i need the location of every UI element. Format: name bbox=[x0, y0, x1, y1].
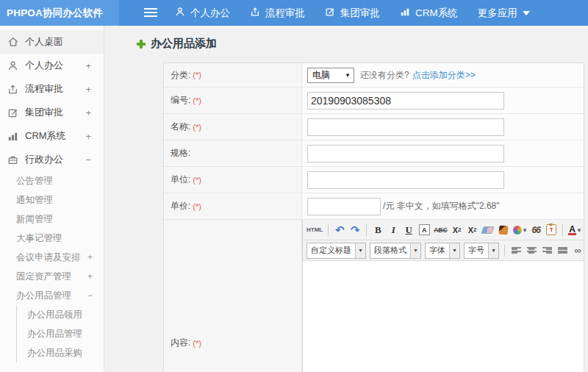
sidebar-subitem-label: 新闻管理 bbox=[16, 213, 53, 226]
sidebar-item-group-approval[interactable]: 集团审批 + bbox=[0, 101, 104, 124]
align-left-icon[interactable] bbox=[510, 244, 522, 257]
sidebar-item-personal-office[interactable]: 个人办公 + bbox=[0, 54, 104, 77]
font-family-dropdown[interactable]: 字体 ▾ bbox=[425, 243, 460, 259]
remove-format-eraser-icon[interactable] bbox=[482, 223, 494, 237]
sidebar-subitem-label: 固定资产管理 bbox=[16, 271, 71, 283]
field-label-name: 名称: (*) bbox=[164, 114, 302, 140]
sidebar-item-desktop[interactable]: 个人桌面 bbox=[0, 30, 104, 54]
field-label-category: 分类: (*) bbox=[164, 63, 302, 87]
expand-sign: − bbox=[87, 290, 93, 301]
field-label-spec: 规格: bbox=[164, 140, 302, 166]
superscript-icon[interactable]: X2 bbox=[451, 223, 463, 237]
sidebar-subitem-notice[interactable]: 通知管理 bbox=[0, 190, 104, 210]
field-value-name bbox=[302, 114, 584, 140]
nav-more-apps[interactable]: 更多应用 bbox=[478, 7, 530, 20]
field-value-category: 电脑 ▼ 还没有分类? 点击添加分类>> bbox=[302, 63, 584, 87]
paste-as-text-icon[interactable]: T bbox=[545, 223, 557, 237]
nav-workflow-approval[interactable]: 流程审批 bbox=[250, 7, 305, 20]
nav-crm-system[interactable]: CRM系统 bbox=[400, 7, 458, 20]
sidebar-subitem-meeting[interactable]: 会议申请及安排 + bbox=[0, 248, 104, 267]
font-size-dropdown[interactable]: 字号 ▾ bbox=[464, 243, 499, 259]
undo-icon[interactable]: ↶ bbox=[334, 223, 345, 237]
required-marker: (*) bbox=[193, 71, 201, 79]
link-icon[interactable]: ∞ bbox=[572, 244, 584, 257]
form-row-content: 内容: (*) HTML ↶ ↷ B I U A ABC bbox=[164, 220, 584, 372]
workflow-icon bbox=[7, 83, 19, 96]
page-title: 办公用品添加 bbox=[151, 37, 217, 51]
sidebar-subitem-label: 会议申请及安排 bbox=[16, 251, 81, 264]
sidebar-item-label: 流程审批 bbox=[25, 82, 63, 96]
caret-down-icon: ▾ bbox=[410, 243, 420, 258]
strikethrough-icon[interactable]: ABC bbox=[434, 223, 447, 237]
sidebar-subitem-news[interactable]: 新闻管理 bbox=[0, 210, 104, 229]
italic-icon[interactable]: I bbox=[387, 223, 399, 237]
sidebar-subitem-office-supplies[interactable]: 办公用品管理 − bbox=[0, 286, 104, 305]
unit-input[interactable] bbox=[307, 171, 504, 189]
subscript-icon[interactable]: X2 bbox=[467, 223, 478, 237]
briefcase-icon bbox=[7, 154, 19, 166]
sidebar-item-workflow-approval[interactable]: 流程审批 + bbox=[0, 77, 104, 101]
nav-group-approval[interactable]: 集团审批 bbox=[325, 7, 380, 20]
caret-down-icon: ▾ bbox=[523, 226, 527, 234]
format-painter-brush-icon[interactable] bbox=[498, 223, 509, 237]
price-input[interactable] bbox=[307, 198, 381, 215]
top-bar: PHPOA协同办公软件 个人办公 流程审批 集团审批 CRM系统 bbox=[0, 0, 588, 26]
sidebar-subitem-fixed-assets[interactable]: 固定资产管理 + bbox=[0, 267, 104, 286]
sidebar-subitem-events[interactable]: 大事记管理 bbox=[0, 229, 104, 248]
caret-down-icon: ▾ bbox=[488, 243, 498, 258]
align-justify-icon[interactable] bbox=[556, 244, 568, 257]
sidebar-subsubitem-supplies-claim[interactable]: 办公用品领用 bbox=[17, 305, 104, 324]
spec-input[interactable] bbox=[307, 145, 504, 162]
expand-sign: + bbox=[85, 84, 91, 95]
editor-toolbar-row1: HTML ↶ ↷ B I U A ABC X2 X2 ▾ bbox=[303, 220, 584, 240]
hamburger-icon[interactable] bbox=[144, 12, 157, 13]
paint-color-icon[interactable]: ▾ bbox=[513, 223, 527, 237]
bar-chart-icon bbox=[7, 130, 19, 143]
editor-content-area[interactable] bbox=[303, 261, 584, 372]
align-center-icon[interactable] bbox=[526, 244, 537, 257]
name-input[interactable] bbox=[307, 118, 504, 136]
caret-down-icon: ▾ bbox=[355, 243, 365, 258]
main-content: 办公用品添加 分类: (*) 电脑 ▼ 还没有分类? 点击添加分类>> 编号: … bbox=[104, 26, 588, 372]
toolbar-separator bbox=[366, 224, 367, 236]
page-title-row: 办公用品添加 bbox=[137, 37, 217, 51]
nav-personal-office[interactable]: 个人办公 bbox=[175, 7, 230, 20]
form-row-code: 编号: (*) bbox=[164, 87, 584, 114]
sidebar-subsubitem-supplies-purchase[interactable]: 办公用品采购 bbox=[17, 343, 104, 362]
font-box-icon[interactable]: A bbox=[418, 223, 430, 237]
price-suffix: /元 非中文，如填写格式"2.68" bbox=[383, 200, 500, 212]
expand-sign: + bbox=[85, 60, 91, 71]
expand-sign: + bbox=[87, 252, 93, 262]
expand-sign: + bbox=[85, 131, 91, 142]
font-color-icon[interactable]: A▾ bbox=[568, 223, 581, 237]
category-select[interactable]: 电脑 ▼ bbox=[307, 68, 354, 83]
sidebar-subsubitem-supplies-manage[interactable]: 办公用品管理 bbox=[17, 324, 104, 343]
user-icon bbox=[175, 7, 185, 19]
redo-icon[interactable]: ↷ bbox=[349, 223, 361, 237]
paragraph-format-dropdown[interactable]: 段落格式 ▾ bbox=[370, 243, 421, 259]
sidebar-item-admin-office[interactable]: 行政办公 − bbox=[0, 148, 104, 171]
app-logo[interactable]: PHPOA协同办公软件 bbox=[0, 0, 119, 26]
sidebar-subitem-announcement[interactable]: 公告管理 bbox=[0, 171, 104, 190]
blockquote-icon[interactable]: 66 bbox=[530, 223, 542, 237]
sidebar-item-label: CRM系统 bbox=[25, 129, 66, 143]
label-text: 单位: bbox=[171, 174, 190, 186]
expand-sign: + bbox=[87, 271, 93, 282]
align-right-icon[interactable] bbox=[541, 244, 553, 257]
label-text: 分类: bbox=[171, 69, 190, 82]
required-marker: (*) bbox=[193, 202, 201, 211]
sidebar-item-label: 个人桌面 bbox=[25, 35, 63, 49]
html-source-button[interactable]: HTML bbox=[306, 223, 323, 237]
bold-icon[interactable]: B bbox=[372, 223, 384, 237]
required-marker: (*) bbox=[193, 123, 201, 132]
expand-sign: + bbox=[85, 107, 91, 118]
workflow-icon bbox=[250, 7, 260, 19]
field-value-unit bbox=[302, 167, 584, 193]
underline-icon[interactable]: U bbox=[403, 223, 415, 237]
add-category-link[interactable]: 点击添加分类>> bbox=[412, 69, 476, 82]
nav-label: 更多应用 bbox=[478, 7, 517, 20]
form-row-name: 名称: (*) bbox=[164, 114, 584, 140]
sidebar-item-crm-system[interactable]: CRM系统 + bbox=[0, 124, 104, 148]
code-input[interactable] bbox=[307, 92, 504, 110]
custom-title-dropdown[interactable]: 自定义标题 ▾ bbox=[306, 243, 366, 259]
